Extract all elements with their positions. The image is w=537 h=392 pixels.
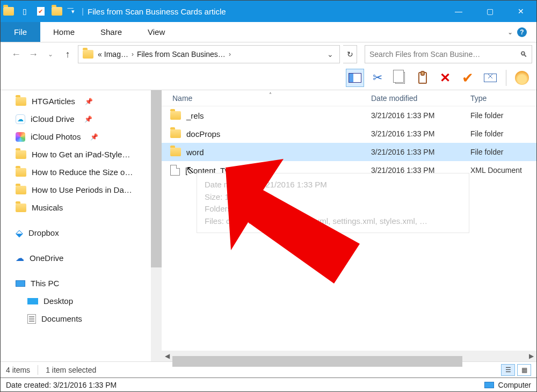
- window-title: Files from Scan Business Cards article: [88, 7, 443, 16]
- collapse-ribbon-icon[interactable]: ⌄: [507, 28, 513, 36]
- computer-icon: [484, 382, 494, 388]
- close-button[interactable]: ✕: [505, 1, 536, 22]
- horizontal-scrollbar[interactable]: ◀ ▶: [162, 351, 536, 361]
- history-dropdown-icon[interactable]: ⌄: [43, 47, 57, 61]
- desktop-icon: [27, 298, 38, 304]
- status-item-count: 4 items: [6, 366, 30, 374]
- file-tab[interactable]: File: [1, 22, 40, 42]
- tab-home[interactable]: Home: [40, 22, 88, 42]
- sidebar-scrollbar[interactable]: [151, 90, 162, 361]
- chevron-right-icon[interactable]: ›: [130, 50, 135, 58]
- qat-dropdown-icon[interactable]: ▾—: [65, 1, 81, 22]
- file-row[interactable]: docProps3/21/2016 1:33 PMFile folder: [162, 125, 536, 143]
- sidebar-item[interactable]: Desktop: [16, 292, 162, 310]
- sidebar-item[interactable]: How to Reduce the Size o…: [16, 163, 162, 181]
- chevron-right-icon[interactable]: ›: [228, 50, 232, 58]
- scroll-right-icon[interactable]: ▶: [526, 352, 536, 360]
- refresh-button[interactable]: ↻: [343, 45, 357, 63]
- forward-button[interactable]: →: [26, 47, 40, 61]
- file-name: docProps: [186, 129, 220, 139]
- sidebar-item[interactable]: ☁OneDrive: [16, 249, 162, 267]
- file-row[interactable]: word3/21/2016 1:33 PMFile folder: [162, 143, 536, 161]
- apply-button[interactable]: ✔: [459, 69, 477, 87]
- new-folder-icon[interactable]: [49, 1, 65, 22]
- file-icon: [170, 165, 180, 176]
- tab-share[interactable]: Share: [88, 22, 135, 42]
- navigation-bar: ← → ⌄ ↑ « Imag… › Files from Scan Busine…: [1, 42, 536, 66]
- file-type: XML Document: [470, 166, 536, 175]
- folder-icon: [1, 1, 17, 22]
- properties-icon[interactable]: ✔: [33, 1, 49, 22]
- toggle-preview-pane-button[interactable]: [346, 69, 364, 87]
- copy-button[interactable]: [391, 69, 409, 87]
- column-headers: ˄Name Date modified Type: [162, 90, 536, 106]
- file-type: File folder: [470, 111, 536, 120]
- column-header-date[interactable]: Date modified: [371, 94, 470, 103]
- pin-icon[interactable]: 📌: [84, 115, 92, 123]
- delete-button[interactable]: ✕: [436, 69, 454, 87]
- back-button[interactable]: ←: [9, 47, 23, 61]
- file-type: File folder: [470, 148, 536, 156]
- folder-icon: [170, 129, 181, 138]
- maximize-button[interactable]: ▢: [474, 1, 505, 22]
- sidebar-item[interactable]: ⬙Dropbox: [16, 224, 162, 242]
- folder-icon: [16, 97, 26, 106]
- folder-icon: [83, 50, 93, 59]
- title-bar: ▯ ✔ ▾— | Files from Scan Business Cards …: [1, 1, 536, 22]
- folder-icon: [16, 186, 26, 194]
- minimize-button[interactable]: —: [443, 1, 474, 22]
- folder-icon: [16, 168, 26, 177]
- search-input[interactable]: Search Files from Scan Busine… 🔍︎: [365, 45, 532, 63]
- up-button[interactable]: ↑: [61, 47, 75, 61]
- folder-icon: [170, 148, 181, 156]
- search-placeholder: Search Files from Scan Busine…: [369, 50, 480, 59]
- sidebar-item[interactable]: Musicals: [16, 199, 162, 216]
- pin-icon[interactable]: 📌: [85, 98, 93, 105]
- sidebar-item-label: HTGArticles: [32, 97, 75, 106]
- sidebar-item-label: iCloud Photos: [31, 132, 81, 141]
- sidebar-item[interactable]: Documents: [16, 310, 162, 328]
- folder-icon: [16, 150, 26, 159]
- ribbon-right: ⌄ ?: [498, 22, 536, 42]
- paste-button[interactable]: [413, 69, 432, 87]
- sidebar-item[interactable]: HTGArticles📌: [16, 92, 162, 110]
- separator: [506, 70, 506, 86]
- sidebar-item[interactable]: ☁iCloud Drive📌: [16, 110, 162, 128]
- file-row[interactable]: _rels3/21/2016 1:33 PMFile folder: [162, 106, 536, 125]
- shell-icon[interactable]: [513, 69, 531, 87]
- column-header-name[interactable]: ˄Name: [167, 94, 371, 103]
- sidebar-item[interactable]: This PC: [16, 274, 162, 292]
- sidebar-item[interactable]: iCloud Photos📌: [16, 128, 162, 146]
- view-details-button[interactable]: ☰: [501, 364, 515, 376]
- scroll-left-icon[interactable]: ◀: [162, 352, 172, 360]
- sidebar-item-label: Desktop: [43, 296, 73, 306]
- folder-icon: [16, 204, 26, 212]
- breadcrumb-item[interactable]: Imag…: [104, 50, 128, 59]
- photos-icon: [16, 132, 25, 142]
- details-footer: Date created: 3/21/2016 1:33 PM Computer: [1, 378, 536, 391]
- tab-view[interactable]: View: [135, 22, 178, 42]
- footer-computer: Computer: [484, 381, 531, 389]
- breadcrumb-item[interactable]: Files from Scan Busines…: [137, 50, 226, 59]
- icloud-icon: ☁: [16, 114, 25, 124]
- window-controls: — ▢ ✕: [443, 1, 536, 22]
- address-bar[interactable]: « Imag… › Files from Scan Busines… › ⌄: [78, 45, 340, 63]
- breadcrumb-overflow[interactable]: «: [98, 50, 102, 59]
- file-date: 3/21/2016 1:33 PM: [371, 111, 470, 120]
- sidebar-item-label: Musicals: [32, 203, 63, 212]
- search-icon[interactable]: 🔍︎: [520, 50, 527, 59]
- mail-button[interactable]: [481, 69, 499, 87]
- cut-button[interactable]: ✂: [368, 69, 387, 87]
- sidebar-item[interactable]: How to Use Periods in Da…: [16, 181, 162, 199]
- separator: |: [81, 1, 84, 22]
- document-icon[interactable]: ▯: [17, 1, 33, 22]
- address-dropdown-icon[interactable]: ⌄: [323, 45, 337, 63]
- folder-tooltip: Date modified: 3/21/2016 1:33 PM Size: 1…: [197, 173, 469, 233]
- column-header-type[interactable]: Type: [470, 94, 536, 103]
- view-large-icons-button[interactable]: ▦: [517, 364, 531, 376]
- sidebar-item-label: How to Reduce the Size o…: [32, 168, 133, 177]
- sidebar-item[interactable]: How to Get an iPad-Style…: [16, 146, 162, 163]
- sidebar-item-label: How to Get an iPad-Style…: [32, 150, 130, 159]
- pin-icon[interactable]: 📌: [90, 133, 98, 141]
- help-icon[interactable]: ?: [517, 27, 527, 37]
